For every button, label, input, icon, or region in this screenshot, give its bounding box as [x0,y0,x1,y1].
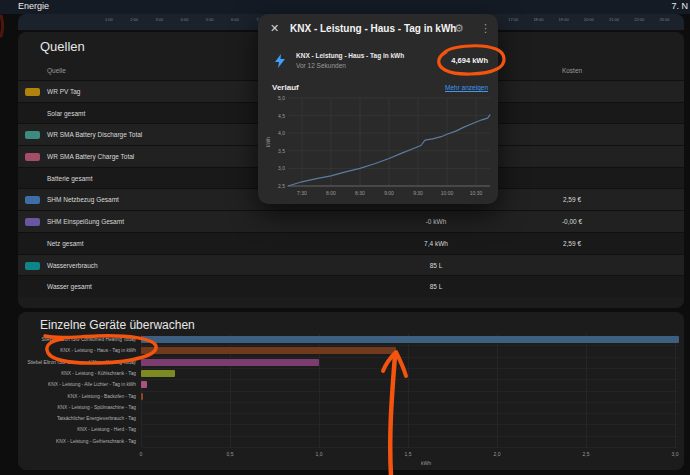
x-tick-label: 0 [126,451,156,457]
energy-value: 85 L [396,283,476,290]
date-label: 7. N [671,1,688,11]
devices-card: Einzelne Geräte überwachen 00,51,01,52,0… [18,312,684,470]
time-tick-label: 1:00 [105,17,113,22]
column-header-source: Quelle [47,67,66,74]
bar-category-label: KNX - Leistung - Backofen - Tag [18,394,136,399]
bar-category-label: KNX - Leistung - Herd - Tag [18,427,136,432]
cost-value: 2,59 € [522,240,622,247]
svg-text:5,0: 5,0 [278,95,285,101]
time-tick-label: 20:00 [584,17,594,22]
svg-text:3,5: 3,5 [278,148,285,154]
row-gridline [141,345,678,346]
source-label: Netz gesamt [47,240,84,247]
time-tick-label: 6:00 [231,17,239,22]
cost-value: -0,00 € [522,218,622,225]
row-gridline [141,424,678,425]
svg-text:10:30: 10:30 [470,190,483,196]
svg-text:4,0: 4,0 [278,130,285,136]
bar-category-label: KNX - Leistung - Haus - Tag in kWh [18,348,136,353]
source-label: SHM Einspeißung Gesamt [47,218,124,225]
time-tick-label: 5:00 [206,17,214,22]
annotation-edge-mark [1,16,3,36]
device-energy-bar[interactable] [141,393,143,400]
source-label: Solar gesamt [47,110,85,117]
time-tick-label: 2:00 [130,17,138,22]
x-tick-label: 0,5 [215,451,245,457]
time-tick-label: 3:00 [155,17,163,22]
more-info-dialog: ✕ KNX - Leistung - Haus - Tag in kWh ⚙ ⋮… [258,14,498,204]
row-gridline [141,379,678,380]
bar-category-label: KNX - Leistung - Spülmaschine - Tag [18,405,136,410]
device-energy-bar[interactable] [141,370,175,377]
devices-bar-chart[interactable]: 00,51,01,52,02,53,0Stiebel Eltron ISG Co… [18,334,682,468]
svg-text:10:00: 10:00 [441,190,454,196]
time-tick-label: 18:00 [533,17,543,22]
svg-text:9:30: 9:30 [413,190,423,196]
source-label: WR PV Tag [47,88,80,95]
svg-text:8:30: 8:30 [355,190,365,196]
source-label: Batterie gesamt [47,175,93,182]
table-row[interactable]: Netz gesamt7,4 kWh2,59 € [18,232,684,254]
source-color-swatch [25,131,40,139]
time-tick-label: 19:00 [559,17,569,22]
x-tick-label: 2,0 [482,451,512,457]
energy-dashboard-page: Energie 7. N 1:002:003:004:005:006:007:0… [0,0,690,475]
column-header-cost: Kosten [522,67,622,74]
page-title: Energie [18,1,49,11]
row-gridline [141,391,678,392]
x-tick-label: 1,0 [304,451,334,457]
row-gridline [141,402,678,403]
history-line-chart[interactable]: 5,04,54,03,53,02,57:308:008:309:009:3010… [258,14,498,204]
source-label: WR SMA Battery Charge Total [47,153,134,160]
svg-text:3,0: 3,0 [278,165,285,171]
bar-category-label: KNX - Leistung - Gefrierschrank - Tag [18,439,136,444]
source-color-swatch [25,88,40,96]
row-gridline [141,368,678,369]
source-label: Wasser gesamt [47,283,92,290]
x-tick-label: 3,0 [660,451,690,457]
energy-value: 85 L [396,262,476,269]
svg-text:8:00: 8:00 [326,190,336,196]
source-label: SHM Netzbezug Gesamt [47,196,119,203]
time-tick-label: 22:00 [634,17,644,22]
energy-value: 7,4 kWh [396,240,476,247]
time-tick-label: 17:00 [508,17,518,22]
svg-text:kWh: kWh [265,137,271,147]
device-energy-bar[interactable] [141,347,396,354]
source-color-swatch [25,196,40,204]
table-row[interactable]: SHM Einspeißung Gesamt-0 kWh-0,00 € [18,210,684,232]
device-energy-bar[interactable] [141,359,319,366]
table-row[interactable]: Wasserverbrauch85 L [18,254,684,276]
sources-card-title: Quellen [40,39,85,54]
source-color-swatch [25,218,40,226]
device-energy-bar[interactable] [141,336,679,343]
energy-value: -0 kWh [396,218,476,225]
devices-card-title: Einzelne Geräte überwachen [40,318,195,332]
x-tick-label: 2,5 [571,451,601,457]
bar-category-label: Stiebel Eltron ISG Consumed Heating Toda… [18,337,136,342]
bar-category-label: KNX - Leistung - Alle Lichter - Tag in k… [18,382,136,387]
source-color-swatch [25,153,40,161]
bar-category-label: Tatsächlicher Energieverbrauch - Tag [18,416,136,421]
svg-text:4,5: 4,5 [278,113,285,119]
device-energy-bar[interactable] [141,381,147,388]
source-label: WR SMA Battery Discharge Total [47,131,142,138]
table-row[interactable]: Wasser gesamt85 L [18,275,684,297]
time-tick-label: 4:00 [181,17,189,22]
time-tick-label: 23:00 [659,17,669,22]
time-tick-label: 21:00 [609,17,619,22]
svg-text:9:00: 9:00 [384,190,394,196]
svg-text:2,5: 2,5 [278,183,285,189]
row-gridline [141,436,678,437]
svg-text:7:30: 7:30 [297,190,307,196]
app-header: Energie 7. N [0,0,690,14]
bar-category-label: Stiebel Eltron ISG Consumed Water Heatin… [18,360,136,365]
row-gridline [141,447,678,448]
row-gridline [141,413,678,414]
x-axis-label: kWh [411,460,441,466]
x-tick-label: 1,5 [393,451,423,457]
source-label: Wasserverbrauch [47,262,98,269]
bar-category-label: KNX - Leistung - Kühlschrank - Tag [18,371,136,376]
source-color-swatch [25,262,40,270]
cost-value: 2,59 € [522,196,622,203]
